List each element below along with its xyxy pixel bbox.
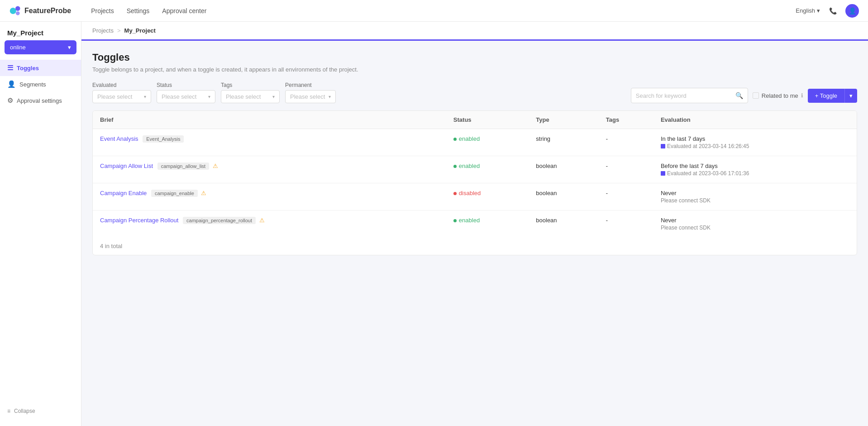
sidebar-item-segments[interactable]: 👤 Segments (0, 76, 81, 92)
toggle-name-link[interactable]: Campaign Percentage Rollout (100, 217, 178, 224)
table-row: Campaign Allow List campaign_allow_list … (93, 156, 857, 183)
table-body: Event Analysis Event_Analysis enabled st… (93, 129, 857, 238)
cell-tags: - (599, 211, 653, 238)
toggle-tag: campaign_percentage_rollout (183, 217, 256, 224)
warn-icon[interactable]: ⚠ (213, 163, 218, 169)
cell-status: disabled (446, 183, 529, 211)
toggle-tag: campaign_enable (151, 190, 198, 197)
nav-projects[interactable]: Projects (91, 7, 114, 14)
col-brief: Brief (93, 111, 446, 129)
nav-settings[interactable]: Settings (127, 7, 150, 14)
eval-period: Never (661, 217, 849, 224)
logo-text: FeatureProbe (24, 7, 71, 15)
sidebar-collapse-button[interactable]: ≡ Collapse (0, 403, 81, 419)
sidebar-item-approval-label: Approval settings (17, 97, 62, 104)
sidebar-env-selector[interactable]: online ▾ (5, 40, 76, 54)
status-dot (453, 165, 457, 168)
related-me-checkbox[interactable] (753, 92, 759, 99)
related-me-label: Related to me (762, 92, 798, 99)
cell-evaluation: Never Please connect SDK (653, 183, 857, 211)
eval-info: Before the last 7 days Evaluated at 2023… (661, 163, 849, 177)
sidebar-env-chevron: ▾ (68, 44, 71, 51)
filter-status-value: Please select (162, 93, 196, 100)
col-status: Status (446, 111, 529, 129)
add-toggle-dropdown-button[interactable]: ▾ (844, 89, 857, 103)
cell-tags: - (599, 156, 653, 183)
add-toggle-wrap: + Toggle ▾ (808, 89, 857, 103)
status-dot (453, 192, 457, 195)
language-selector[interactable]: English ▾ (796, 7, 820, 14)
status-badge: enabled (453, 217, 480, 224)
cell-evaluation: In the last 7 days Evaluated at 2023-03-… (653, 129, 857, 156)
add-toggle-label: + Toggle (815, 92, 837, 99)
warn-icon[interactable]: ⚠ (259, 217, 265, 224)
cell-status: enabled (446, 129, 529, 156)
filter-permanent-arrow: ▾ (329, 94, 331, 99)
filters-row: Evaluated Please select ▾ Status Please … (92, 82, 857, 103)
filter-status-label: Status (157, 82, 215, 88)
eval-bar-icon (661, 144, 665, 148)
nav-links: Projects Settings Approval center (91, 7, 781, 14)
logo-icon (9, 5, 22, 17)
cell-brief: Campaign Percentage Rollout campaign_per… (93, 211, 446, 238)
filter-permanent-label: Permanent (285, 82, 336, 88)
filter-tags-value: Please select (226, 93, 261, 100)
filter-evaluated: Evaluated Please select ▾ (92, 82, 151, 103)
segments-icon: 👤 (7, 80, 16, 88)
cell-type: boolean (529, 183, 599, 211)
eval-info: In the last 7 days Evaluated at 2023-03-… (661, 135, 849, 149)
toggles-table-wrap: Brief Status Type Tags Evaluation Event … (92, 110, 857, 255)
related-me-filter[interactable]: Related to me ℹ (753, 92, 803, 99)
eval-bar-icon (661, 171, 665, 176)
filter-permanent-select[interactable]: Please select ▾ (285, 90, 336, 103)
sidebar-nav: ☰ Toggles 👤 Segments ⚙ Approval settings (0, 58, 81, 403)
filter-status-select[interactable]: Please select ▾ (157, 90, 215, 103)
lang-label: English (796, 7, 815, 14)
nav-approval[interactable]: Approval center (162, 7, 206, 14)
logo[interactable]: FeatureProbe (9, 5, 71, 17)
cell-type: boolean (529, 211, 599, 238)
filter-evaluated-arrow: ▾ (144, 94, 146, 99)
sidebar-item-toggles[interactable]: ☰ Toggles (0, 60, 81, 76)
toggle-name-link[interactable]: Event Analysis (100, 135, 138, 142)
cell-brief: Campaign Enable campaign_enable ⚠ (93, 183, 446, 211)
info-icon[interactable]: ℹ (801, 92, 803, 99)
filter-tags-select[interactable]: Please select ▾ (221, 90, 280, 103)
cell-type: string (529, 129, 599, 156)
filter-tags-label: Tags (221, 82, 280, 88)
table-row: Event Analysis Event_Analysis enabled st… (93, 129, 857, 156)
status-dot (453, 219, 457, 222)
filters-right: 🔍 Related to me ℹ + Toggle ▾ (631, 88, 857, 103)
eval-timestamp: Please connect SDK (661, 225, 849, 231)
sidebar-item-approval[interactable]: ⚙ Approval settings (0, 92, 81, 109)
eval-period: In the last 7 days (661, 135, 849, 142)
collapse-icon: ≡ (7, 408, 10, 414)
avatar[interactable]: 👤 (845, 4, 859, 18)
filter-status-arrow: ▾ (208, 94, 210, 99)
toggle-tag: Event_Analysis (143, 135, 184, 143)
table-total: 4 in total (93, 237, 857, 255)
filter-permanent-value: Please select (290, 93, 325, 100)
eval-timestamp: Please connect SDK (661, 197, 849, 204)
breadcrumb-projects[interactable]: Projects (92, 27, 114, 34)
status-badge: enabled (453, 163, 480, 169)
warn-icon[interactable]: ⚠ (201, 190, 206, 196)
search-input[interactable] (636, 92, 735, 99)
filter-evaluated-select[interactable]: Please select ▾ (92, 90, 151, 103)
phone-icon[interactable]: 📞 (827, 5, 838, 16)
svg-point-2 (16, 11, 20, 15)
col-type: Type (529, 111, 599, 129)
toggle-name-link[interactable]: Campaign Enable (100, 190, 147, 196)
cell-evaluation: Before the last 7 days Evaluated at 2023… (653, 156, 857, 183)
sidebar-env-label: online (10, 44, 26, 51)
toggle-name-link[interactable]: Campaign Allow List (100, 163, 153, 169)
cell-brief: Campaign Allow List campaign_allow_list … (93, 156, 446, 183)
breadcrumb-current: My_Project (124, 27, 156, 34)
status-badge: enabled (453, 135, 480, 142)
page-title: Toggles (92, 52, 857, 63)
toggles-icon: ☰ (7, 64, 13, 72)
table-header: Brief Status Type Tags Evaluation (93, 111, 857, 129)
breadcrumb: Projects > My_Project (81, 22, 868, 41)
add-toggle-button[interactable]: + Toggle (808, 89, 844, 103)
filters-left: Evaluated Please select ▾ Status Please … (92, 82, 336, 103)
